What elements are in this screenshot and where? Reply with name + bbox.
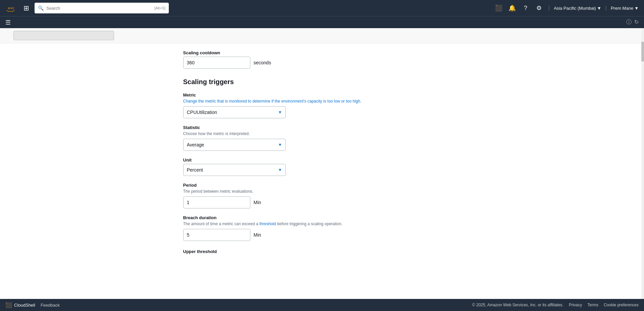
cooldown-unit: seconds xyxy=(254,60,271,65)
partial-top-bar xyxy=(0,28,641,44)
cloudshell-label: CloudShell xyxy=(14,303,35,308)
region-selector[interactable]: Asia Pacific (Mumbai) ▼ xyxy=(554,6,601,11)
nav-right: ⬛ 🔔 ? ⚙ | Asia Pacific (Mumbai) ▼ | Prem… xyxy=(493,3,639,13)
metric-description: Change the metric that is monitored to d… xyxy=(183,99,458,104)
partial-button[interactable] xyxy=(13,31,114,40)
statistic-description: Choose how the metric is interpreted. xyxy=(183,131,458,136)
scrollbar-thumb[interactable] xyxy=(641,42,644,62)
content-wrapper: Scaling cooldown seconds Scaling trigger… xyxy=(0,28,641,299)
breach-duration-description: The amount of time a metric can exceed a… xyxy=(183,222,458,226)
scaling-triggers-title: Scaling triggers xyxy=(183,78,458,86)
period-description: The period between metric evaluations. xyxy=(183,189,458,194)
statistic-section: Statistic Choose how the metric is inter… xyxy=(183,125,458,151)
aws-logo[interactable] xyxy=(5,4,18,12)
scaling-cooldown-input[interactable] xyxy=(183,57,250,69)
unit-label: Unit xyxy=(183,158,458,163)
upper-threshold-label: Upper threshold xyxy=(183,249,458,254)
threshold-link[interactable]: threshold xyxy=(259,222,276,226)
cloudshell-icon: ⬛ xyxy=(5,302,12,308)
top-navigation: ⊞ 🔍 [Alt+S] ⬛ 🔔 ? ⚙ | Asia Pacific (Mumb… xyxy=(0,0,644,16)
cookie-link[interactable]: Cookie preferences xyxy=(604,303,639,307)
secondary-navigation: ☰ ⓘ ↻ xyxy=(0,16,644,28)
help-icon[interactable]: ? xyxy=(520,3,531,13)
breach-duration-input[interactable] xyxy=(183,229,250,241)
scrollbar-track[interactable] xyxy=(641,28,644,299)
refresh-icon[interactable]: ↻ xyxy=(634,19,639,26)
privacy-link[interactable]: Privacy xyxy=(569,303,582,307)
scaling-cooldown-row: seconds xyxy=(183,57,458,69)
info-icon[interactable]: ⓘ xyxy=(626,19,632,26)
statistic-select[interactable]: Average Sum Minimum Maximum SampleCount xyxy=(183,139,286,151)
bottom-right: © 2025, Amazon Web Services, Inc. or its… xyxy=(472,303,639,307)
cloudshell-button[interactable]: ⬛ CloudShell xyxy=(5,302,35,308)
metric-label: Metric xyxy=(183,92,458,98)
content-inner: Scaling cooldown seconds Scaling trigger… xyxy=(170,50,472,269)
period-section: Period The period between metric evaluat… xyxy=(183,183,458,208)
hamburger-menu[interactable]: ☰ xyxy=(5,19,11,26)
settings-icon[interactable]: ⚙ xyxy=(534,3,544,13)
period-label: Period xyxy=(183,183,458,188)
user-menu[interactable]: Prem Mane ▼ xyxy=(611,6,639,11)
period-unit: Min xyxy=(254,200,261,205)
scaling-cooldown-label: Scaling cooldown xyxy=(183,50,458,55)
main-area: Scaling cooldown seconds Scaling trigger… xyxy=(0,28,644,299)
scaling-cooldown-section: Scaling cooldown seconds xyxy=(183,50,458,69)
breach-duration-unit: Min xyxy=(254,232,261,238)
metric-select[interactable]: CPUUtilization NetworkIn NetworkOut Late… xyxy=(183,106,286,118)
secondary-nav-right: ⓘ ↻ xyxy=(626,19,639,26)
breach-duration-section: Breach duration The amount of time a met… xyxy=(183,215,458,241)
apps-icon[interactable]: ⊞ xyxy=(23,4,29,12)
breach-duration-row: Min xyxy=(183,229,458,241)
copyright-text: © 2025, Amazon Web Services, Inc. or its… xyxy=(472,303,563,307)
bottom-bar: ⬛ CloudShell Feedback © 2025, Amazon Web… xyxy=(0,299,644,311)
metric-section: Metric Change the metric that is monitor… xyxy=(183,92,458,118)
feedback-link[interactable]: Feedback xyxy=(41,303,60,308)
unit-select-wrapper: Percent Count Bytes Seconds ▼ xyxy=(183,164,286,176)
statistic-select-wrapper: Average Sum Minimum Maximum SampleCount … xyxy=(183,139,286,151)
statistic-label: Statistic xyxy=(183,125,458,130)
search-icon: 🔍 xyxy=(38,5,44,11)
unit-section: Unit Percent Count Bytes Seconds ▼ xyxy=(183,158,458,176)
period-input[interactable] xyxy=(183,196,250,208)
search-shortcut: [Alt+S] xyxy=(154,6,165,10)
unit-select[interactable]: Percent Count Bytes Seconds xyxy=(183,164,286,176)
search-bar[interactable]: 🔍 [Alt+S] xyxy=(35,3,169,13)
metric-select-wrapper: CPUUtilization NetworkIn NetworkOut Late… xyxy=(183,106,286,118)
breach-duration-label: Breach duration xyxy=(183,215,458,220)
search-input[interactable] xyxy=(46,6,152,11)
terminal-icon[interactable]: ⬛ xyxy=(493,3,504,13)
period-row: Min xyxy=(183,196,458,208)
bell-icon[interactable]: 🔔 xyxy=(507,3,517,13)
upper-threshold-section: Upper threshold xyxy=(183,249,458,254)
terms-link[interactable]: Terms xyxy=(587,303,598,307)
